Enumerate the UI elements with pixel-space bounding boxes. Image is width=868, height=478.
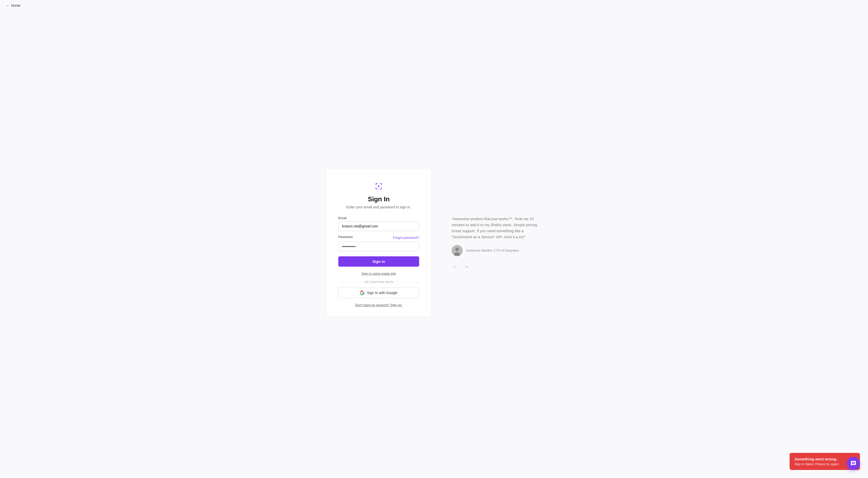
svg-rect-5 <box>376 187 376 189</box>
toast-message: Sign in failed. Please try again. <box>795 462 855 466</box>
card-title: Sign In <box>368 195 390 203</box>
divider-text: OR CONTINUE WITH <box>364 281 393 284</box>
bottom-right-area: Something went wrong. Sign in failed. Pl… <box>789 453 860 470</box>
avatar <box>452 245 463 256</box>
email-input[interactable] <box>338 221 419 231</box>
svg-point-10 <box>455 248 459 251</box>
testimonial-next-button[interactable]: → <box>463 263 470 270</box>
svg-rect-1 <box>376 183 376 185</box>
google-signin-button[interactable]: Sign In with Google <box>338 287 419 298</box>
toast-title: Something went wrong. <box>795 457 855 461</box>
email-field-group: Email <box>338 216 419 231</box>
sign-in-button[interactable]: Sign in <box>338 256 419 267</box>
svg-point-8 <box>378 186 379 187</box>
divider-line-left <box>338 282 361 282</box>
testimonial-prev-button[interactable]: ← <box>452 263 458 270</box>
back-link[interactable]: ← Home <box>6 3 20 7</box>
card-subtitle: Enter your email and password to sign in… <box>346 205 411 209</box>
password-field-group: Password Forgot password? <box>338 235 419 251</box>
back-arrow-icon: ← <box>6 3 9 7</box>
signup-link[interactable]: Don't have an account? Sign up. <box>355 303 402 307</box>
main-content: Sign In Enter your email and password to… <box>0 11 868 475</box>
chat-icon <box>850 460 857 467</box>
chat-button[interactable] <box>847 457 860 470</box>
logo-scan-icon <box>374 181 384 191</box>
signin-card: Sign In Enter your email and password to… <box>326 169 432 317</box>
testimonial-nav: ← → <box>452 263 470 270</box>
password-input[interactable] <box>338 242 419 251</box>
google-btn-label: Sign In with Google <box>367 291 397 295</box>
divider: OR CONTINUE WITH <box>338 281 419 284</box>
magic-link[interactable]: Sign in using magic link <box>362 272 396 276</box>
svg-rect-3 <box>381 183 382 185</box>
email-label: Email <box>338 216 419 220</box>
forgot-password-link[interactable]: Forgot password? <box>393 236 419 240</box>
testimonial-author-row: Guillaume Barillot, CTO of Deepidoo <box>452 245 519 256</box>
google-icon <box>360 290 364 295</box>
testimonial-quote: "Awesome product that-just-works™. Took … <box>452 216 542 240</box>
password-label: Password <box>338 235 352 239</box>
avatar-image <box>452 245 463 256</box>
testimonial-author: Guillaume Barillot, CTO of Deepidoo <box>466 249 519 252</box>
testimonial-section: "Awesome product that-just-works™. Took … <box>452 216 542 270</box>
divider-line-right <box>396 282 419 282</box>
back-label: Home <box>11 3 20 7</box>
svg-rect-7 <box>381 187 382 189</box>
header: ← Home <box>0 0 868 11</box>
